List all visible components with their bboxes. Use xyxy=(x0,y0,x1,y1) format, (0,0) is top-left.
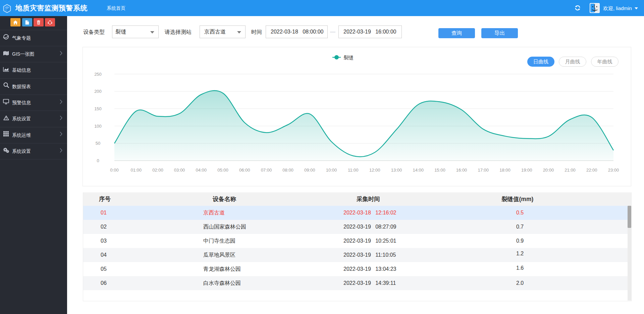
svg-text:08:00: 08:00 xyxy=(282,168,293,173)
svg-text:100: 100 xyxy=(94,124,102,129)
svg-text:09:00: 09:00 xyxy=(304,168,315,173)
svg-text:裂缝: 裂缝 xyxy=(343,55,354,60)
svg-text:05:00: 05:00 xyxy=(217,168,228,173)
svg-text:15:00: 15:00 xyxy=(434,168,445,173)
svg-text:13:00: 13:00 xyxy=(391,168,402,173)
svg-text:年曲线: 年曲线 xyxy=(597,59,612,64)
svg-text:06:00: 06:00 xyxy=(239,168,250,173)
svg-text:22:00: 22:00 xyxy=(586,168,597,173)
svg-text:月曲线: 月曲线 xyxy=(565,59,580,64)
svg-text:12:00: 12:00 xyxy=(369,168,380,173)
svg-text:0: 0 xyxy=(97,158,99,163)
svg-text:0:00: 0:00 xyxy=(110,168,118,173)
svg-text:07:00: 07:00 xyxy=(261,168,272,173)
svg-text:10:00: 10:00 xyxy=(326,168,337,173)
svg-text:11:00: 11:00 xyxy=(348,168,359,173)
svg-text:50: 50 xyxy=(96,141,100,146)
svg-text:18:00: 18:00 xyxy=(499,168,511,173)
svg-text:150: 150 xyxy=(94,106,102,111)
svg-text:20:00: 20:00 xyxy=(543,168,554,173)
svg-text:01:00: 01:00 xyxy=(130,168,142,173)
svg-text:04:00: 04:00 xyxy=(196,168,207,173)
svg-text:14:00: 14:00 xyxy=(413,168,424,173)
svg-text:16:00: 16:00 xyxy=(456,168,467,173)
svg-text:250: 250 xyxy=(94,72,102,77)
svg-text:19:00: 19:00 xyxy=(521,168,532,173)
svg-text:02:00: 02:00 xyxy=(152,168,163,173)
svg-text:日曲线: 日曲线 xyxy=(533,59,548,64)
svg-text:03:00: 03:00 xyxy=(174,168,185,173)
svg-text:21:00: 21:00 xyxy=(565,168,576,173)
svg-text:23:00: 23:00 xyxy=(608,168,619,173)
svg-text:17:00: 17:00 xyxy=(478,168,489,173)
svg-text:200: 200 xyxy=(94,89,102,94)
